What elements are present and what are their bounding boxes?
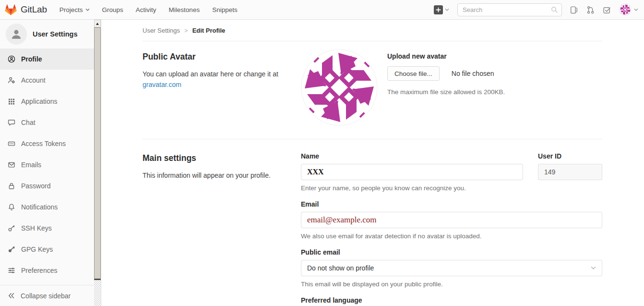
sidebar-item-chat[interactable]: Chat [0, 112, 94, 133]
gpg-keys-icon [8, 245, 15, 253]
search-input[interactable] [457, 3, 562, 16]
sidebar-nav: Profile Account Applications Chat Access… [0, 49, 94, 285]
main-content: User Settings > Edit Profile Public Avat… [101, 20, 644, 306]
merge-request-icon [586, 6, 595, 14]
access-tokens-icon [8, 140, 15, 147]
issues-icon [570, 6, 578, 14]
preferences-icon [8, 267, 15, 274]
nav-groups[interactable]: Groups [102, 6, 123, 13]
upload-new-avatar-title: Upload new avatar [387, 52, 505, 60]
sidebar-item-label: Applications [21, 98, 58, 105]
breadcrumb: User Settings > Edit Profile [143, 20, 602, 41]
breadcrumb-separator: > [184, 27, 188, 34]
user-menu-button[interactable] [619, 3, 638, 16]
collapse-sidebar-label: Collapse sidebar [21, 292, 71, 300]
global-search [457, 3, 562, 16]
sidebar-item-profile[interactable]: Profile [0, 49, 94, 70]
choose-file-button[interactable]: Choose file... [387, 66, 440, 81]
applications-icon [8, 98, 15, 105]
public-email-selected-value: Do not show on profile [307, 264, 374, 272]
sidebar-item-account[interactable]: Account [0, 70, 94, 91]
no-file-chosen-text: No file chosen [452, 70, 494, 77]
sidebar-item-label: Chat [21, 119, 36, 126]
profile-icon [8, 55, 15, 63]
chevron-down-icon [85, 8, 90, 12]
preferred-language-label: Preferred language [301, 296, 602, 304]
main-settings-title: Main settings [143, 153, 279, 163]
breadcrumb-current: Edit Profile [192, 27, 226, 34]
max-file-size-text: The maximum file size allowed is 200KB. [387, 87, 505, 97]
sidebar-item-access-tokens[interactable]: Access Tokens [0, 133, 94, 154]
settings-sidebar: User Settings Profile Account Applicatio… [0, 20, 94, 306]
scrollbar-thumb[interactable] [94, 27, 101, 280]
user-avatar [619, 3, 632, 16]
nav-projects-label: Projects [60, 6, 83, 13]
triangle-up-icon [96, 23, 99, 25]
collapse-sidebar-button[interactable]: Collapse sidebar [0, 285, 94, 306]
nav-activity[interactable]: Activity [136, 6, 156, 13]
email-input[interactable] [301, 212, 602, 228]
nav-snippets[interactable]: Snippets [212, 6, 238, 13]
sidebar-item-label: GPG Keys [21, 245, 53, 253]
breadcrumb-user-settings-link[interactable]: User Settings [143, 27, 180, 34]
top-nav-links: Projects Groups Activity Milestones Snip… [60, 6, 238, 13]
scrollbar-up-button[interactable] [94, 20, 101, 27]
sidebar-item-password[interactable]: Password [0, 175, 94, 196]
profile-form: Name Enter your name, so people you know… [301, 150, 602, 306]
chevron-down-icon [634, 8, 638, 12]
name-label: Name [301, 152, 523, 160]
profile-avatar-image [301, 49, 378, 126]
new-menu-button[interactable] [434, 5, 449, 14]
sidebar-item-label: Preferences [21, 267, 57, 274]
notifications-icon [8, 203, 15, 211]
name-help-text: Enter your name, so people you know can … [301, 184, 523, 193]
sidebar-item-emails[interactable]: Emails [0, 154, 94, 175]
user-settings-avatar-icon [6, 24, 27, 45]
password-icon [8, 182, 15, 190]
search-icon [551, 6, 558, 13]
todo-check-icon [603, 6, 611, 14]
nav-milestones[interactable]: Milestones [169, 6, 200, 13]
emails-icon [8, 161, 15, 169]
sidebar-item-ssh-keys[interactable]: SSH Keys [0, 218, 94, 239]
user-id-input [538, 164, 602, 180]
avatar-description-text: You can upload an avatar here or change … [143, 70, 278, 78]
issues-button[interactable] [570, 6, 578, 14]
public-avatar-description: You can upload an avatar here or change … [143, 69, 279, 90]
top-navbar: GitLab Projects Groups Activity Mileston… [0, 0, 644, 20]
collapse-chevrons-icon [8, 292, 15, 299]
account-icon [8, 76, 15, 84]
sidebar-scrollbar[interactable] [94, 20, 101, 306]
public-email-help-text: This email will be displayed on your pub… [301, 280, 602, 289]
tanuki-icon [5, 4, 17, 16]
plus-icon [434, 5, 443, 14]
merge-requests-button[interactable] [586, 6, 595, 14]
sidebar-item-gpg-keys[interactable]: GPG Keys [0, 239, 94, 260]
sidebar-title: User Settings [33, 30, 77, 38]
public-email-label: Public email [301, 248, 602, 256]
sidebar-header: User Settings [0, 20, 94, 49]
sidebar-item-notifications[interactable]: Notifications [0, 196, 94, 218]
gravatar-link[interactable]: gravatar.com [143, 81, 181, 88]
sidebar-item-label: Access Tokens [21, 140, 66, 147]
sidebar-item-preferences[interactable]: Preferences [0, 260, 94, 281]
todos-button[interactable] [603, 6, 611, 14]
sidebar-item-label: Password [21, 182, 50, 190]
email-help-text: We also use email for avatar detection i… [301, 232, 602, 241]
ssh-keys-icon [8, 224, 15, 232]
chevron-down-icon [445, 8, 449, 12]
gitlab-logo[interactable]: GitLab [5, 4, 47, 16]
nav-projects[interactable]: Projects [60, 6, 90, 13]
chat-icon [8, 119, 15, 126]
public-avatar-title: Public Avatar [143, 52, 279, 62]
name-input[interactable] [301, 164, 523, 180]
sidebar-item-label: Notifications [21, 203, 58, 211]
user-id-label: User ID [538, 152, 602, 160]
logo-text: GitLab [21, 4, 47, 15]
email-label: Email [301, 200, 602, 208]
sidebar-item-label: SSH Keys [21, 224, 52, 232]
sidebar-item-label: Emails [21, 161, 41, 169]
public-email-select[interactable]: Do not show on profile [301, 260, 602, 276]
sidebar-item-applications[interactable]: Applications [0, 91, 94, 112]
main-settings-description: This information will appear on your pro… [143, 170, 279, 181]
